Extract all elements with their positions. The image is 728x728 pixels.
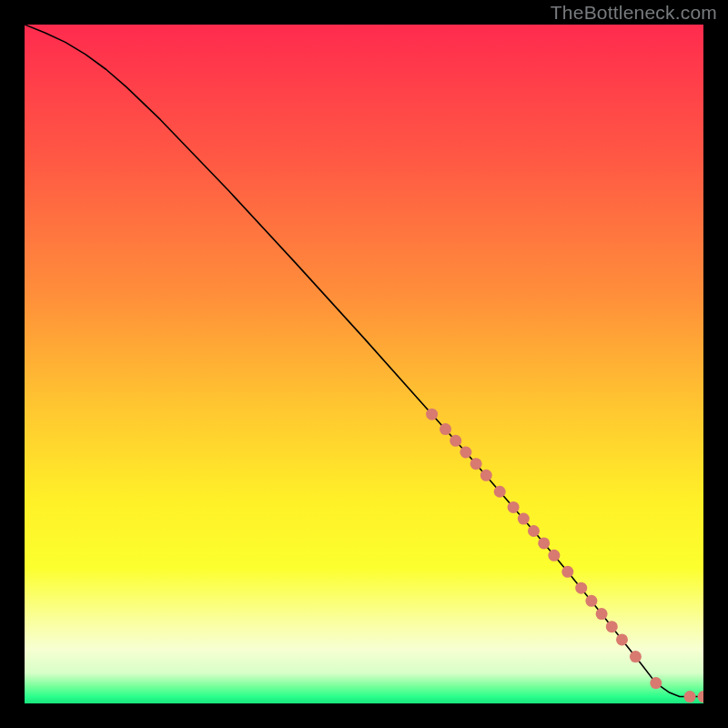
- scatter-point: [470, 458, 482, 470]
- scatter-point: [630, 651, 642, 662]
- scatter-point: [548, 550, 560, 561]
- scatter-point: [616, 633, 628, 645]
- watermark-text: TheBottleneck.com: [551, 2, 717, 24]
- scatter-point: [480, 470, 492, 481]
- scatter-point: [508, 501, 520, 513]
- scatter-point: [575, 582, 587, 594]
- scatter-point: [440, 423, 451, 435]
- scatter-point: [606, 621, 618, 632]
- scatter-point: [518, 513, 530, 525]
- scatter-point: [494, 486, 506, 498]
- chart-frame: TheBottleneck.com: [0, 0, 728, 728]
- scatter-point: [528, 525, 540, 537]
- chart-svg: [25, 25, 703, 703]
- scatter-point: [460, 446, 471, 458]
- scatter-point: [561, 566, 573, 578]
- chart-background-gradient: [25, 25, 703, 703]
- scatter-point: [684, 691, 696, 703]
- scatter-point: [426, 409, 438, 420]
- scatter-point: [585, 595, 597, 607]
- scatter-point: [538, 537, 550, 549]
- scatter-point: [650, 677, 662, 689]
- chart-plot-area: [25, 25, 703, 703]
- scatter-point: [596, 608, 608, 620]
- scatter-point: [450, 435, 461, 447]
